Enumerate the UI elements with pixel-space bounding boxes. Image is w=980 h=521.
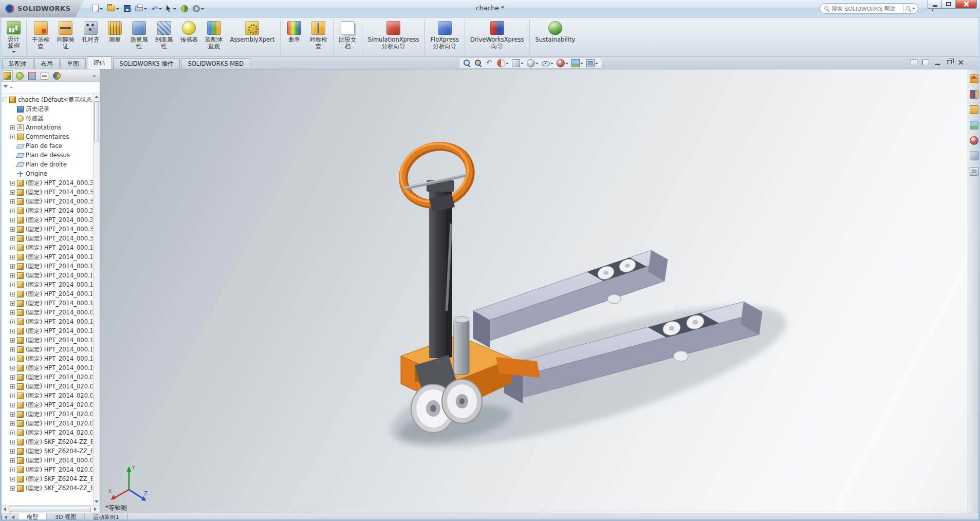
- tree-expander[interactable]: +: [10, 181, 15, 185]
- tree-item[interactable]: 历史记录: [0, 104, 93, 114]
- ribbon-button[interactable]: 设计 算例: [3, 20, 27, 55]
- view-toolbar-button[interactable]: [541, 59, 554, 68]
- tree-expander[interactable]: +: [10, 458, 15, 463]
- view-toolbar-button[interactable]: [526, 59, 540, 68]
- tree-item[interactable]: + (固定) HPT_2014_000.10: [0, 271, 93, 280]
- tree-item[interactable]: + (固定) HPT_2014_000.30: [0, 178, 93, 188]
- ribbon-button[interactable]: AssemblyXpert: [227, 20, 281, 55]
- tree-expander[interactable]: +: [10, 412, 15, 417]
- tree-item[interactable]: Plan de dessus: [0, 151, 93, 160]
- document-window-button[interactable]: [956, 58, 966, 66]
- ribbon-button[interactable]: 测量: [103, 20, 127, 55]
- ribbon-button[interactable]: 孔对齐: [78, 20, 103, 55]
- graphics-viewport[interactable]: Y X Z *等轴测: [100, 69, 968, 513]
- tree-expander[interactable]: +: [10, 366, 15, 370]
- tree-expander[interactable]: +: [10, 403, 15, 407]
- tree-item[interactable]: + (固定) HPT_2014_020.03: [0, 391, 93, 400]
- scroll-right-icon[interactable]: [92, 507, 99, 512]
- tree-item[interactable]: + (固定) HPT_2014_000.33: [0, 225, 93, 234]
- task-pane-button[interactable]: [969, 151, 979, 161]
- tree-item[interactable]: 传感器: [0, 114, 93, 123]
- tree-expander[interactable]: +: [10, 209, 15, 213]
- quick-toolbar-button[interactable]: [134, 3, 149, 15]
- tree-item[interactable]: + (固定) HPT_2014_000.10: [0, 289, 93, 299]
- quick-toolbar-button[interactable]: [191, 3, 206, 15]
- task-pane-button[interactable]: [969, 73, 979, 84]
- command-tab[interactable]: 装配体: [2, 58, 33, 69]
- manager-tab[interactable]: [14, 70, 25, 81]
- tree-expander[interactable]: +: [10, 468, 15, 472]
- tree-expander[interactable]: +: [10, 329, 15, 333]
- tree-item[interactable]: + Commentaires: [0, 132, 93, 141]
- search-input[interactable]: [831, 6, 901, 12]
- window-control-button[interactable]: [928, 0, 942, 9]
- task-pane-button[interactable]: [969, 89, 979, 99]
- task-pane-button[interactable]: [969, 104, 979, 115]
- quick-toolbar-button[interactable]: [179, 3, 190, 15]
- tree-expander[interactable]: +: [10, 357, 15, 361]
- tree-expander[interactable]: +: [10, 264, 15, 269]
- tree-item[interactable]: + (固定) HPT_2014_000.10: [0, 280, 93, 289]
- ribbon-button[interactable]: Sustainability: [531, 20, 579, 55]
- tree-vertical-scrollbar[interactable]: [93, 94, 100, 505]
- ribbon-button[interactable]: 质量属 性: [127, 20, 152, 55]
- tree-item[interactable]: + (固定) HPT_2014_000.33: [0, 206, 93, 215]
- tree-horizontal-scrollbar[interactable]: [0, 505, 100, 513]
- view-toolbar-button[interactable]: [585, 59, 599, 68]
- tree-item[interactable]: + (固定) HPT_2014_000.10: [0, 299, 93, 308]
- ribbon-button[interactable]: 传感器: [177, 20, 202, 55]
- manager-tab[interactable]: [51, 70, 62, 81]
- tree-item[interactable]: + (固定) HPT_2014_000.10: [0, 363, 93, 373]
- ribbon-button[interactable]: 剖面属 性: [152, 20, 177, 55]
- tree-expander[interactable]: +: [10, 449, 15, 454]
- tree-expander[interactable]: +: [10, 486, 15, 491]
- tree-expander[interactable]: +: [10, 384, 15, 389]
- quick-toolbar-button[interactable]: [91, 3, 104, 15]
- ribbon-button[interactable]: FloXpress 分析向导: [427, 20, 465, 55]
- command-tab[interactable]: SOLIDWORKS MBD: [181, 58, 250, 69]
- panel-overflow-chevrons[interactable]: »: [91, 72, 98, 79]
- ribbon-button[interactable]: 干涉检 查: [28, 20, 53, 55]
- view-toolbar-button[interactable]: [511, 59, 525, 68]
- manager-tab[interactable]: [39, 70, 50, 81]
- scrollbar-thumb[interactable]: [94, 101, 99, 142]
- tree-item[interactable]: + (固定) HPT_2014_020.02: [0, 410, 93, 419]
- tree-item[interactable]: Plan de face: [0, 141, 93, 151]
- ribbon-button[interactable]: SimulationXpress 分析向导: [364, 20, 425, 55]
- view-toolbar-button[interactable]: [496, 59, 510, 68]
- tree-item[interactable]: + (固定) SKF_Z6204-ZZ_B: [0, 483, 93, 493]
- tree-expander[interactable]: +: [10, 246, 15, 250]
- ribbon-button[interactable]: 装配体 直观: [201, 20, 227, 55]
- tree-item[interactable]: + (固定) HPT_2014_000.10: [0, 354, 93, 363]
- tree-item[interactable]: + (固定) HPT_2014_020.03: [0, 465, 93, 474]
- tree-item[interactable]: + (固定) HPT_2014_020.02: [0, 382, 93, 391]
- tree-expander[interactable]: +: [10, 236, 15, 241]
- quick-toolbar-button[interactable]: [165, 3, 178, 15]
- task-pane-button[interactable]: [969, 120, 979, 130]
- tree-item[interactable]: + (固定) HPT_2014_000.32: [0, 197, 93, 206]
- tree-expander[interactable]: +: [10, 218, 15, 222]
- tree-expander[interactable]: -: [3, 98, 7, 102]
- tree-item[interactable]: + (固定) SKF_Z6204-ZZ_B: [0, 474, 93, 483]
- tree-expander[interactable]: +: [10, 283, 15, 287]
- ribbon-button[interactable]: DriveWorksXpress 向导: [467, 20, 530, 55]
- command-tab[interactable]: SOLIDWORKS 插件: [113, 58, 180, 69]
- ribbon-button[interactable]: 对称检 查: [306, 20, 334, 55]
- scroll-down-icon[interactable]: [94, 499, 100, 505]
- tree-expander[interactable]: +: [10, 292, 15, 296]
- document-window-button[interactable]: [921, 58, 930, 66]
- view-toolbar-button[interactable]: [473, 59, 484, 68]
- command-tab[interactable]: 布局: [34, 58, 60, 69]
- document-window-button[interactable]: [909, 58, 918, 66]
- quick-toolbar-button[interactable]: [106, 3, 121, 15]
- window-control-button[interactable]: [941, 0, 956, 9]
- tree-item[interactable]: + (固定) HPT_2014_000.10: [0, 317, 93, 326]
- tree-item[interactable]: + (固定) HPT_2014_000.10: [0, 252, 93, 262]
- tree-expander[interactable]: +: [10, 477, 15, 481]
- tree-expander[interactable]: +: [10, 227, 15, 232]
- search-box[interactable]: [820, 3, 918, 14]
- tree-item[interactable]: + (固定) HPT_2014_000.10: [0, 262, 93, 271]
- document-window-button[interactable]: [945, 58, 954, 66]
- search-scope-dropdown[interactable]: [906, 6, 915, 11]
- tree-expander[interactable]: +: [10, 375, 15, 380]
